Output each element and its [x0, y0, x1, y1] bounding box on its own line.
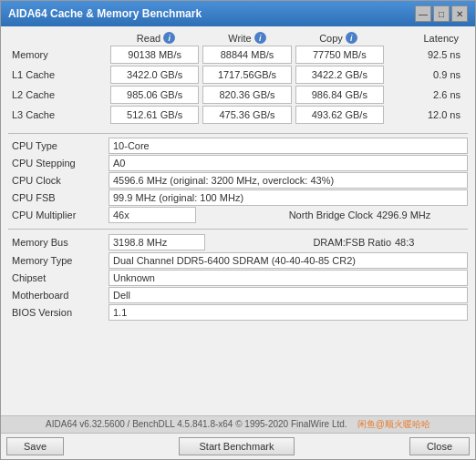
header-copy: Copy i: [293, 32, 384, 44]
window-controls: — □ ✕: [415, 5, 468, 22]
north-bridge-label: North Bridge Clock: [267, 210, 377, 220]
minimize-button[interactable]: —: [415, 5, 431, 22]
header-label-col: [10, 32, 110, 44]
cpu-stepping-value: A0: [109, 155, 468, 171]
cpu-multiplier-value: 46x: [109, 207, 196, 223]
header-write: Write i: [202, 32, 293, 44]
dram-fsb-label: DRAM:FSB Ratio: [295, 237, 395, 248]
content-area: Read i Write i Copy i Latency Memory 901…: [1, 26, 475, 415]
chipset-value: Unknown: [109, 270, 468, 286]
section-divider: [8, 133, 468, 134]
watermark-text: 闲鱼@顺火暖哈哈: [357, 419, 430, 429]
maximize-button[interactable]: □: [433, 5, 450, 22]
footer-bar: AIDA64 v6.32.5600 / BenchDLL 4.5.841.8-x…: [1, 415, 475, 433]
north-bridge-value: 4296.9 MHz: [377, 210, 468, 220]
memory-bus-value: 3198.8 MHz: [109, 234, 205, 250]
column-headers: Read i Write i Copy i Latency: [8, 32, 468, 44]
memory-bus-label: Memory Bus: [8, 237, 109, 248]
button-bar: Save Start Benchmark Close: [1, 433, 475, 459]
chipset-label: Chipset: [8, 272, 109, 283]
table-row: L2 Cache 985.06 GB/s 820.36 GB/s 986.84 …: [8, 86, 468, 104]
cpu-fsb-row: CPU FSB 99.9 MHz (original: 100 MHz): [8, 189, 468, 206]
memory-bus-row: Memory Bus 3198.8 MHz DRAM:FSB Ratio 48:…: [8, 234, 468, 250]
cpu-clock-value: 4596.6 MHz (original: 3200 MHz, overcloc…: [109, 172, 468, 189]
l2cache-write: 820.36 GB/s: [202, 86, 291, 104]
table-row: L1 Cache 3422.0 GB/s 1717.56GB/s 3422.2 …: [8, 66, 468, 84]
l3cache-latency: 12.0 ns: [386, 106, 468, 124]
start-benchmark-button[interactable]: Start Benchmark: [179, 437, 295, 455]
l1cache-copy: 3422.2 GB/s: [295, 66, 384, 84]
dram-fsb-value: 48:3: [395, 237, 468, 248]
main-window: AIDA64 Cache & Memory Benchmark — □ ✕ Re…: [0, 0, 476, 460]
table-row: Memory 90138 MB/s 88844 MB/s 77750 MB/s …: [8, 46, 468, 64]
cpu-type-row: CPU Type 10-Core: [8, 138, 468, 154]
title-bar: AIDA64 Cache & Memory Benchmark — □ ✕: [1, 1, 475, 26]
l2cache-latency: 2.6 ns: [386, 86, 468, 104]
table-row: L3 Cache 512.61 GB/s 475.36 GB/s 493.62 …: [8, 106, 468, 124]
memory-type-value: Dual Channel DDR5-6400 SDRAM (40-40-40-8…: [109, 252, 468, 269]
memory-write: 88844 MB/s: [202, 46, 291, 64]
close-button-bottom[interactable]: Close: [409, 437, 470, 455]
memory-copy: 77750 MB/s: [295, 46, 384, 64]
memory-read: 90138 MB/s: [110, 46, 199, 64]
cpu-multiplier-label: CPU Multiplier: [8, 210, 109, 220]
l1cache-latency: 0.9 ns: [386, 66, 468, 84]
cpu-type-value: 10-Core: [109, 138, 468, 154]
benchmark-results: Memory 90138 MB/s 88844 MB/s 77750 MB/s …: [8, 46, 468, 126]
write-info-icon[interactable]: i: [254, 32, 266, 44]
cpu-multiplier-row: CPU Multiplier 46x North Bridge Clock 42…: [8, 207, 468, 223]
header-read: Read i: [110, 32, 202, 44]
section-divider-2: [8, 229, 468, 230]
l3cache-read: 512.61 GB/s: [110, 106, 199, 124]
cpu-type-label: CPU Type: [8, 140, 109, 151]
memory-type-label: Memory Type: [8, 255, 109, 266]
bios-value: 1.1: [109, 304, 468, 321]
bios-row: BIOS Version 1.1: [8, 304, 468, 321]
cpu-clock-row: CPU Clock 4596.6 MHz (original: 3200 MHz…: [8, 172, 468, 189]
memory-type-row: Memory Type Dual Channel DDR5-6400 SDRAM…: [8, 252, 468, 269]
read-info-icon[interactable]: i: [163, 32, 175, 44]
cpu-stepping-label: CPU Stepping: [8, 158, 109, 169]
window-title: AIDA64 Cache & Memory Benchmark: [8, 7, 202, 20]
memory-label: Memory: [8, 49, 109, 60]
app-info: AIDA64 v6.32.5600 / BenchDLL 4.5.841.8-x…: [46, 419, 347, 429]
l2cache-copy: 986.84 GB/s: [295, 86, 384, 104]
cpu-stepping-row: CPU Stepping A0: [8, 155, 468, 171]
motherboard-value: Dell: [109, 287, 468, 303]
system-info: CPU Type 10-Core CPU Stepping A0 CPU Clo…: [8, 138, 468, 321]
save-button[interactable]: Save: [6, 437, 64, 455]
cpu-fsb-value: 99.9 MHz (original: 100 MHz): [109, 189, 468, 206]
motherboard-label: Motherboard: [8, 290, 109, 301]
header-latency: Latency: [384, 32, 466, 44]
cpu-fsb-label: CPU FSB: [8, 192, 109, 203]
l2cache-read: 985.06 GB/s: [110, 86, 199, 104]
l3cache-write: 475.36 GB/s: [202, 106, 291, 124]
l3cache-copy: 493.62 GB/s: [295, 106, 384, 124]
l3cache-label: L3 Cache: [8, 109, 109, 120]
memory-latency: 92.5 ns: [386, 46, 468, 64]
chipset-row: Chipset Unknown: [8, 270, 468, 286]
copy-info-icon[interactable]: i: [346, 32, 357, 44]
l1cache-label: L1 Cache: [8, 69, 109, 80]
l1cache-write: 1717.56GB/s: [202, 66, 291, 84]
cpu-clock-label: CPU Clock: [8, 175, 109, 186]
close-button[interactable]: ✕: [451, 5, 468, 22]
bios-label: BIOS Version: [8, 307, 109, 318]
motherboard-row: Motherboard Dell: [8, 287, 468, 303]
l1cache-read: 3422.0 GB/s: [110, 66, 199, 84]
l2cache-label: L2 Cache: [8, 89, 109, 100]
